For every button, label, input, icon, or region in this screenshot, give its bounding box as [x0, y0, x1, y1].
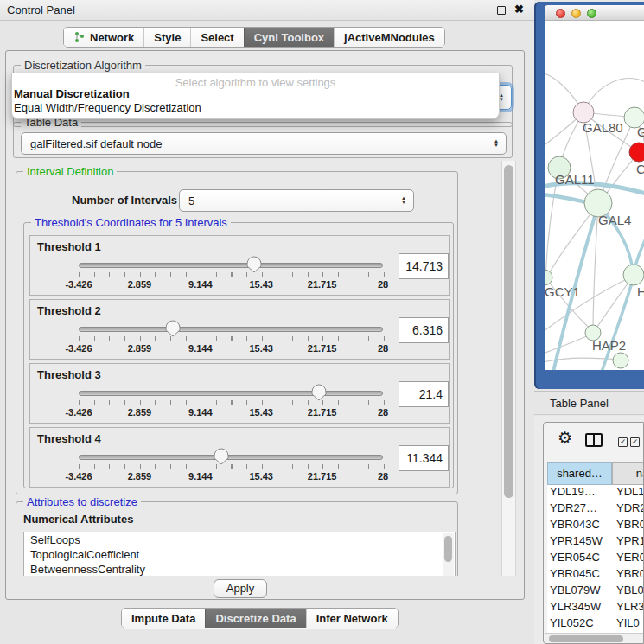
- network-node-label: C: [636, 162, 644, 176]
- threshold-slider-handle[interactable]: [311, 384, 327, 402]
- thresholds-group-title: Threshold's Coordinates for 5 Intervals: [31, 216, 231, 229]
- network-node[interactable]: [629, 143, 644, 162]
- network-canvas-svg: GAL80GCGAL11GAL4GCY1HHAP2: [545, 21, 644, 370]
- algorithm-group-title: Discretization Algorithm: [21, 59, 145, 72]
- network-node-label: GAL11: [555, 172, 595, 187]
- table-row[interactable]: YBR045CYBR0: [547, 567, 644, 583]
- threshold-value-field[interactable]: 21.4: [399, 381, 449, 407]
- tab-impute-data[interactable]: Impute Data: [122, 609, 205, 628]
- gear-icon[interactable]: ⚙: [558, 430, 572, 446]
- network-node-label: GAL80: [583, 120, 623, 135]
- stepper-arrows-icon: ▲▼: [494, 139, 499, 148]
- column-header-shared[interactable]: shared…: [547, 462, 612, 485]
- dropdown-item-manual-discretization[interactable]: Manual Discretization: [12, 87, 499, 101]
- threshold-row: Threshold 3 -3.4262.8599.14415.4321.7152…: [29, 363, 450, 424]
- threshold-value-field[interactable]: 11.344: [399, 445, 449, 471]
- threshold-label: Threshold 4: [37, 432, 101, 445]
- table-row[interactable]: YBR043CYBR0: [547, 518, 644, 534]
- tab-select[interactable]: Select: [190, 28, 243, 47]
- tab-style[interactable]: Style: [143, 28, 190, 47]
- control-panel-titlebar: Control Panel ✖: [0, 0, 534, 21]
- apply-button[interactable]: Apply: [214, 579, 267, 598]
- table-row[interactable]: YPR145WYPR1: [547, 534, 644, 551]
- threshold-slider-handle[interactable]: [214, 448, 229, 466]
- network-tree-icon: [73, 31, 86, 43]
- threshold-slider-track[interactable]: [79, 455, 383, 460]
- dropdown-item-equal-width[interactable]: Equal Width/Frequency Discretization: [12, 101, 499, 115]
- table-panel-titlebar: Table Panel: [534, 391, 644, 415]
- list-item[interactable]: TopologicalCoefficient: [24, 547, 455, 562]
- network-node-label: H: [637, 284, 644, 299]
- minimize-traffic-light-icon[interactable]: [571, 9, 581, 18]
- network-window-titlebar: [545, 5, 644, 21]
- bottom-tab-bar: Impute Data Discretize Data Infer Networ…: [121, 608, 399, 628]
- threshold-label: Threshold 2: [37, 304, 101, 317]
- tab-network[interactable]: Network: [64, 28, 143, 47]
- threshold-slider-handle[interactable]: [165, 320, 181, 338]
- threshold-slider-track[interactable]: [79, 391, 383, 396]
- float-window-icon[interactable]: [497, 6, 506, 15]
- tab-jactivemnodules[interactable]: jActiveMNodules: [334, 28, 444, 47]
- network-node[interactable]: [623, 265, 644, 285]
- network-view-window: GAL80GCGAL11GAL4GCY1HHAP2: [534, 2, 644, 389]
- top-tab-bar: Network Style Select Cyni Toolbox jActiv…: [63, 27, 445, 48]
- list-item[interactable]: BetweennessCentrality: [24, 562, 455, 576]
- threshold-row: Threshold 2 -3.4262.8599.14415.4321.7152…: [29, 299, 450, 360]
- threshold-slider-handle[interactable]: [246, 256, 262, 274]
- list-scrollbar[interactable]: [443, 533, 454, 576]
- thresholds-group: Threshold's Coordinates for 5 Intervals …: [23, 222, 454, 488]
- table-row[interactable]: YIL052CYIL0: [547, 616, 644, 633]
- table-row[interactable]: YLR345WYLR3: [547, 600, 644, 616]
- threshold-label: Threshold 3: [37, 368, 101, 381]
- settings-scroll-viewport: Interval Definition Number of Intervals …: [11, 161, 501, 576]
- threshold-value-field[interactable]: 14.713: [399, 253, 449, 279]
- tab-infer-network[interactable]: Infer Network: [306, 609, 398, 628]
- tab-cyni-toolbox[interactable]: Cyni Toolbox: [244, 28, 334, 47]
- table-rows: YDL19…YDL1 YDR27…YDR2 YBR043CYBR0 YPR145…: [547, 485, 644, 633]
- threshold-slider-track[interactable]: [79, 263, 383, 268]
- list-item[interactable]: SelfLoops: [24, 532, 455, 547]
- table-panel-area: ⚙ ✓ ✓ shared… na YDL19…YDL1 YDR27…YDR2 Y…: [534, 416, 644, 644]
- numerical-attributes-label: Numerical Attributes: [23, 513, 133, 526]
- column-header-name[interactable]: na: [612, 462, 644, 485]
- attributes-group: Attributes to discretize Numerical Attri…: [16, 501, 458, 576]
- threshold-value-field[interactable]: 6.316: [399, 317, 449, 343]
- table-row[interactable]: YDR27…YDR2: [547, 501, 644, 518]
- close-traffic-light-icon[interactable]: [556, 9, 565, 18]
- table-header-row: shared… na: [544, 462, 643, 485]
- table-data-group: Table Data galFiltered.sif default node …: [13, 122, 513, 158]
- interval-definition-title: Interval Definition: [23, 165, 117, 178]
- table-panel-title: Table Panel: [550, 397, 609, 410]
- threshold-slider-track[interactable]: [79, 327, 383, 332]
- attributes-group-title: Attributes to discretize: [23, 495, 141, 508]
- num-intervals-value: 5: [180, 194, 401, 207]
- checkbox-icon[interactable]: ✓: [630, 437, 640, 447]
- tab-discretize-data[interactable]: Discretize Data: [205, 609, 305, 628]
- algorithm-dropdown-popup: Select algorithm to view settings Manual…: [11, 73, 500, 119]
- table-row[interactable]: YBL079WYBL0: [547, 583, 644, 600]
- table-horizontal-scrollbar[interactable]: [545, 633, 643, 643]
- network-node-label: GCY1: [545, 284, 580, 299]
- slider-ticks: [79, 336, 385, 341]
- stepper-arrows-icon: ▲▼: [401, 196, 406, 205]
- checkbox-icon[interactable]: ✓: [618, 437, 628, 447]
- network-node[interactable]: [545, 270, 552, 285]
- dropdown-placeholder-item[interactable]: Select algorithm to view settings: [12, 73, 499, 87]
- table-row[interactable]: YDL19…YDL1: [547, 485, 644, 501]
- threshold-row: Threshold 4 -3.4262.8599.14415.4321.7152…: [29, 427, 450, 488]
- network-node-label: G: [637, 124, 644, 139]
- num-intervals-combo[interactable]: 5 ▲▼: [179, 189, 414, 212]
- network-canvas[interactable]: GAL80GCGAL11GAL4GCY1HHAP2: [545, 21, 644, 370]
- interval-definition-group: Interval Definition Number of Intervals …: [16, 171, 458, 494]
- network-node[interactable]: [613, 353, 628, 368]
- split-columns-icon[interactable]: [585, 433, 603, 447]
- settings-scrollbar[interactable]: [501, 161, 516, 576]
- num-intervals-label: Number of Intervals: [72, 194, 177, 207]
- table-data-combo[interactable]: galFiltered.sif default node ▲▼: [21, 132, 507, 155]
- close-icon[interactable]: ✖: [514, 3, 524, 16]
- threshold-row: Threshold 1 -3.4262.8599.14415.4321.7152…: [29, 235, 450, 296]
- zoom-traffic-light-icon[interactable]: [587, 9, 596, 18]
- threshold-label: Threshold 1: [37, 240, 101, 253]
- table-row[interactable]: YER054CYER0: [547, 551, 644, 567]
- node-table-box: ⚙ ✓ ✓ shared… na YDL19…YDL1 YDR27…YDR2 Y…: [543, 422, 644, 644]
